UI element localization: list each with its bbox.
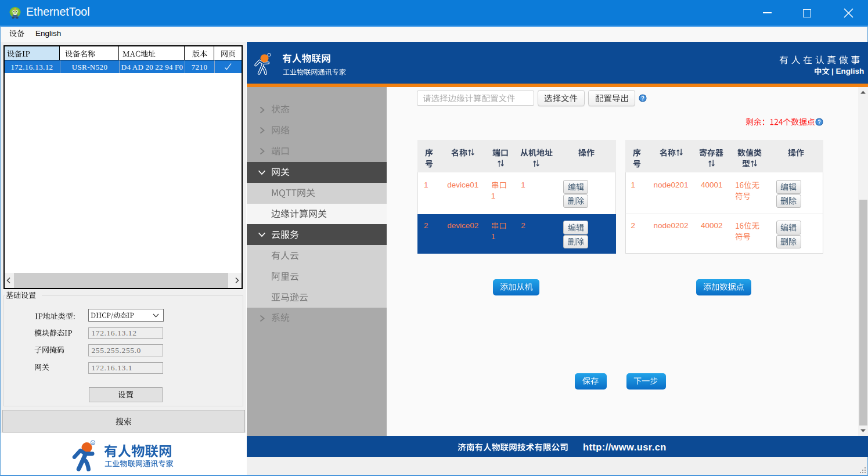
- svg-text:R: R: [92, 441, 94, 445]
